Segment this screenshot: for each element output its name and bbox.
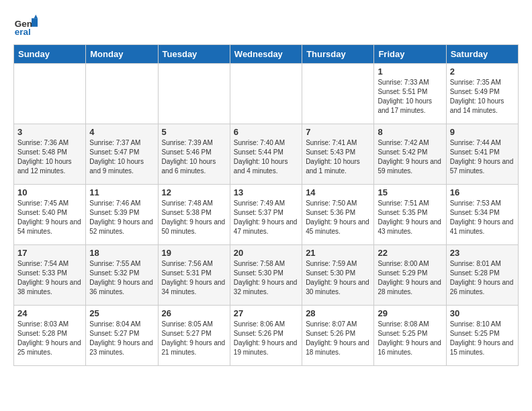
- page-header: Gen eral: [13, 13, 519, 38]
- day-number: 11: [89, 187, 154, 197]
- day-number: 3: [17, 127, 82, 137]
- calendar-cell: 4Sunrise: 7:37 AM Sunset: 5:47 PM Daylig…: [86, 124, 158, 185]
- column-header-wednesday: Wednesday: [230, 45, 302, 64]
- day-number: 25: [89, 308, 154, 318]
- day-info: Sunrise: 8:07 AM Sunset: 5:26 PM Dayligh…: [306, 320, 370, 357]
- calendar-cell: 25Sunrise: 8:04 AM Sunset: 5:27 PM Dayli…: [86, 306, 158, 366]
- calendar-week-4: 17Sunrise: 7:54 AM Sunset: 5:33 PM Dayli…: [14, 245, 519, 306]
- day-info: Sunrise: 7:45 AM Sunset: 5:40 PM Dayligh…: [17, 199, 82, 236]
- calendar-cell: 20Sunrise: 7:58 AM Sunset: 5:30 PM Dayli…: [230, 245, 302, 306]
- calendar-cell: 22Sunrise: 8:00 AM Sunset: 5:29 PM Dayli…: [374, 245, 446, 306]
- day-number: 15: [378, 187, 442, 197]
- day-number: 5: [162, 127, 226, 137]
- day-number: 12: [162, 187, 226, 197]
- calendar-cell: 1Sunrise: 7:33 AM Sunset: 5:51 PM Daylig…: [374, 64, 446, 124]
- calendar-week-5: 24Sunrise: 8:03 AM Sunset: 5:28 PM Dayli…: [14, 306, 519, 366]
- calendar-week-2: 3Sunrise: 7:36 AM Sunset: 5:48 PM Daylig…: [14, 124, 519, 185]
- day-number: 14: [306, 187, 370, 197]
- day-info: Sunrise: 7:51 AM Sunset: 5:35 PM Dayligh…: [378, 199, 442, 236]
- column-header-friday: Friday: [374, 45, 446, 64]
- calendar-cell: 8Sunrise: 7:42 AM Sunset: 5:42 PM Daylig…: [374, 124, 446, 185]
- day-number: 26: [162, 308, 226, 318]
- calendar-cell: 2Sunrise: 7:35 AM Sunset: 5:49 PM Daylig…: [446, 64, 518, 124]
- day-number: 29: [378, 308, 442, 318]
- day-info: Sunrise: 8:00 AM Sunset: 5:29 PM Dayligh…: [378, 259, 442, 297]
- calendar-cell: 9Sunrise: 7:44 AM Sunset: 5:41 PM Daylig…: [446, 124, 518, 185]
- calendar-cell: 17Sunrise: 7:54 AM Sunset: 5:33 PM Dayli…: [14, 245, 86, 306]
- day-info: Sunrise: 8:03 AM Sunset: 5:28 PM Dayligh…: [17, 320, 82, 357]
- day-info: Sunrise: 8:10 AM Sunset: 5:25 PM Dayligh…: [450, 320, 515, 357]
- day-info: Sunrise: 8:06 AM Sunset: 5:26 PM Dayligh…: [234, 320, 298, 357]
- svg-rect-3: [32, 18, 38, 27]
- calendar-cell: 28Sunrise: 8:07 AM Sunset: 5:26 PM Dayli…: [302, 306, 374, 366]
- day-info: Sunrise: 7:41 AM Sunset: 5:43 PM Dayligh…: [306, 138, 370, 176]
- day-info: Sunrise: 7:50 AM Sunset: 5:36 PM Dayligh…: [306, 199, 370, 236]
- column-header-saturday: Saturday: [446, 45, 518, 64]
- column-header-thursday: Thursday: [302, 45, 374, 64]
- day-info: Sunrise: 7:48 AM Sunset: 5:38 PM Dayligh…: [162, 199, 226, 236]
- calendar-week-3: 10Sunrise: 7:45 AM Sunset: 5:40 PM Dayli…: [14, 185, 519, 245]
- calendar-cell: 7Sunrise: 7:41 AM Sunset: 5:43 PM Daylig…: [302, 124, 374, 185]
- day-number: 4: [89, 127, 154, 137]
- calendar-table: SundayMondayTuesdayWednesdayThursdayFrid…: [13, 44, 519, 366]
- day-number: 9: [450, 127, 515, 137]
- calendar-cell: 6Sunrise: 7:40 AM Sunset: 5:44 PM Daylig…: [230, 124, 302, 185]
- day-info: Sunrise: 7:55 AM Sunset: 5:32 PM Dayligh…: [89, 259, 154, 297]
- column-header-monday: Monday: [86, 45, 158, 64]
- column-header-sunday: Sunday: [14, 45, 86, 64]
- day-number: 6: [234, 127, 298, 137]
- day-info: Sunrise: 8:05 AM Sunset: 5:27 PM Dayligh…: [162, 320, 226, 357]
- day-info: Sunrise: 7:59 AM Sunset: 5:30 PM Dayligh…: [306, 259, 370, 297]
- day-number: 18: [89, 248, 154, 258]
- calendar-cell: 26Sunrise: 8:05 AM Sunset: 5:27 PM Dayli…: [158, 306, 230, 366]
- day-info: Sunrise: 8:04 AM Sunset: 5:27 PM Dayligh…: [89, 320, 154, 357]
- day-info: Sunrise: 8:08 AM Sunset: 5:25 PM Dayligh…: [378, 320, 442, 357]
- day-number: 10: [17, 187, 82, 197]
- day-number: 17: [17, 248, 82, 258]
- day-info: Sunrise: 7:36 AM Sunset: 5:48 PM Dayligh…: [17, 138, 82, 176]
- calendar-cell: 30Sunrise: 8:10 AM Sunset: 5:25 PM Dayli…: [446, 306, 518, 366]
- day-info: Sunrise: 7:35 AM Sunset: 5:49 PM Dayligh…: [450, 78, 515, 116]
- day-info: Sunrise: 7:44 AM Sunset: 5:41 PM Dayligh…: [450, 138, 515, 176]
- calendar-cell: 21Sunrise: 7:59 AM Sunset: 5:30 PM Dayli…: [302, 245, 374, 306]
- calendar-cell: [230, 64, 302, 124]
- day-info: Sunrise: 7:49 AM Sunset: 5:37 PM Dayligh…: [234, 199, 298, 236]
- day-number: 7: [306, 127, 370, 137]
- calendar-cell: 11Sunrise: 7:46 AM Sunset: 5:39 PM Dayli…: [86, 185, 158, 245]
- day-number: 13: [234, 187, 298, 197]
- calendar-cell: 3Sunrise: 7:36 AM Sunset: 5:48 PM Daylig…: [14, 124, 86, 185]
- column-header-tuesday: Tuesday: [158, 45, 230, 64]
- day-number: 28: [306, 308, 370, 318]
- calendar-cell: 29Sunrise: 8:08 AM Sunset: 5:25 PM Dayli…: [374, 306, 446, 366]
- calendar-cell: 15Sunrise: 7:51 AM Sunset: 5:35 PM Dayli…: [374, 185, 446, 245]
- day-info: Sunrise: 7:33 AM Sunset: 5:51 PM Dayligh…: [378, 78, 442, 116]
- day-number: 19: [162, 248, 226, 258]
- calendar-cell: 19Sunrise: 7:56 AM Sunset: 5:31 PM Dayli…: [158, 245, 230, 306]
- day-info: Sunrise: 7:37 AM Sunset: 5:47 PM Dayligh…: [89, 138, 154, 176]
- day-info: Sunrise: 7:42 AM Sunset: 5:42 PM Dayligh…: [378, 138, 442, 176]
- calendar-cell: 27Sunrise: 8:06 AM Sunset: 5:26 PM Dayli…: [230, 306, 302, 366]
- calendar-cell: [14, 64, 86, 124]
- svg-marker-2: [34, 15, 38, 18]
- day-number: 8: [378, 127, 442, 137]
- day-number: 21: [306, 248, 370, 258]
- day-info: Sunrise: 8:01 AM Sunset: 5:28 PM Dayligh…: [450, 259, 515, 297]
- calendar-cell: [158, 64, 230, 124]
- logo-icon: Gen eral: [13, 13, 38, 38]
- day-number: 24: [17, 308, 82, 318]
- day-info: Sunrise: 7:54 AM Sunset: 5:33 PM Dayligh…: [17, 259, 82, 297]
- day-info: Sunrise: 7:53 AM Sunset: 5:34 PM Dayligh…: [450, 199, 515, 236]
- calendar-cell: 24Sunrise: 8:03 AM Sunset: 5:28 PM Dayli…: [14, 306, 86, 366]
- calendar-cell: 16Sunrise: 7:53 AM Sunset: 5:34 PM Dayli…: [446, 185, 518, 245]
- calendar-cell: [302, 64, 374, 124]
- day-info: Sunrise: 7:40 AM Sunset: 5:44 PM Dayligh…: [234, 138, 298, 176]
- day-number: 20: [234, 248, 298, 258]
- day-info: Sunrise: 7:46 AM Sunset: 5:39 PM Dayligh…: [89, 199, 154, 236]
- calendar-cell: 12Sunrise: 7:48 AM Sunset: 5:38 PM Dayli…: [158, 185, 230, 245]
- calendar-cell: 18Sunrise: 7:55 AM Sunset: 5:32 PM Dayli…: [86, 245, 158, 306]
- logo: Gen eral: [13, 13, 42, 38]
- day-info: Sunrise: 7:58 AM Sunset: 5:30 PM Dayligh…: [234, 259, 298, 297]
- calendar-cell: 14Sunrise: 7:50 AM Sunset: 5:36 PM Dayli…: [302, 185, 374, 245]
- day-info: Sunrise: 7:56 AM Sunset: 5:31 PM Dayligh…: [162, 259, 226, 297]
- svg-text:eral: eral: [15, 27, 31, 37]
